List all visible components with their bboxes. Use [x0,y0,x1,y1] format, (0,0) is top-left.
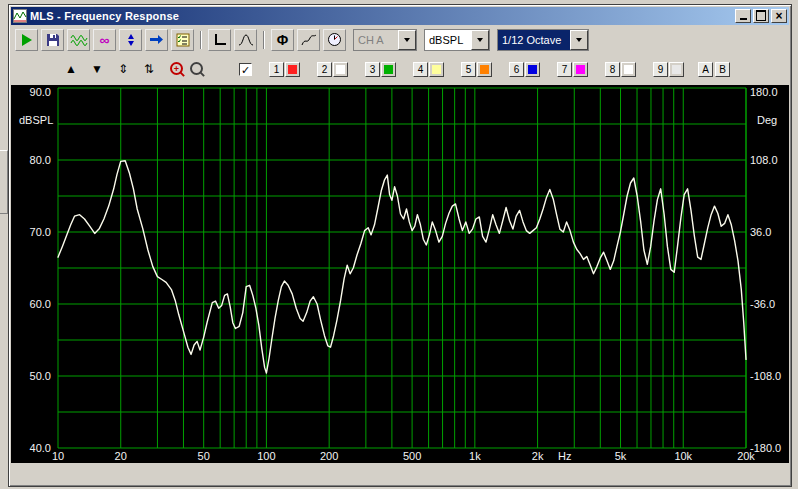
zoom-out-button[interactable] [189,61,205,77]
graph-axes-button[interactable] [208,29,231,51]
overlay-4-button[interactable]: 4 [413,62,428,77]
y-left-axis-unit: dBSPL [19,114,53,126]
scale-up-button[interactable]: ▲ [61,62,81,76]
y-right-axis-unit: Deg [757,114,777,126]
overlay-visibility-checkbox[interactable]: ✓ [239,63,252,76]
phase-button[interactable]: Φ [271,29,294,51]
mls-window: MLS - Frequency Response × ∞ [8,4,792,487]
overlay-4-color-swatch[interactable] [429,62,444,77]
color-chip [384,65,393,74]
smoothing-select[interactable]: 1/12 Octave [497,29,589,51]
channel-select[interactable]: CH A [353,29,417,51]
close-button[interactable]: × [771,9,787,23]
y-right-tick-label: 180.0 [750,86,778,98]
loop-button[interactable]: ∞ [93,29,116,51]
axes-icon [213,33,227,47]
x-tick-label: 5k [615,450,627,462]
x-tick-label: 100 [257,450,275,462]
overlay-9-color-swatch[interactable] [669,62,684,77]
scale-down-button[interactable]: ▼ [87,62,107,76]
overlay-slot-1: 1 [269,62,300,77]
spectrum-icon [70,33,88,47]
setup-checklist-button[interactable] [171,29,194,51]
range-fit-button[interactable]: ⇅ [139,62,159,76]
overlay-2-color-swatch[interactable] [333,62,348,77]
memory-ab-group: A B [698,62,730,77]
curve-b-button[interactable]: B [715,62,730,77]
x-tick-label: Hz [558,450,571,462]
chart-plot[interactable]: 90.080.070.060.050.040.0dBSPL180.0108.03… [11,85,787,463]
overlay-3-button[interactable]: 3 [365,62,380,77]
maximize-button[interactable] [753,9,769,23]
spectrum-button[interactable] [67,29,90,51]
y-right-tick-label: -108.0 [750,370,781,382]
overlay-9-button[interactable]: 9 [653,62,668,77]
color-chip [528,65,537,74]
y-right-tick-label: 108.0 [750,154,778,166]
toolbar-separator [200,31,202,49]
overlay-8-button[interactable]: 8 [605,62,620,77]
overlay-1-button[interactable]: 1 [269,62,284,77]
group-delay-button[interactable] [297,29,320,51]
zoom-out-icon-handle [199,71,205,77]
save-button[interactable] [41,29,64,51]
y-left-tick-label: 80.0 [30,154,51,166]
minimize-button[interactable] [735,9,751,23]
chevron-down-icon[interactable] [398,30,416,50]
zoom-in-icon-handle [179,71,185,77]
chevron-down-icon[interactable] [570,30,588,50]
y-left-tick-label: 60.0 [30,298,51,310]
y-left-tick-label: 50.0 [30,370,51,382]
overlay-7-button[interactable]: 7 [557,62,572,77]
x-tick-label: 200 [320,450,338,462]
x-tick-label: 1k [469,450,481,462]
curve-a-button[interactable]: A [698,62,713,77]
x-tick-label: 20 [115,450,127,462]
frequency-response-chart: 90.080.070.060.050.040.0dBSPL180.0108.03… [11,85,789,463]
x-tick-label: 10k [674,450,692,462]
overlay-slot-3: 3 [365,62,396,77]
titlebar[interactable]: MLS - Frequency Response × [11,7,789,25]
generator-button[interactable] [119,29,142,51]
color-chip [624,65,633,74]
overlay-6-button[interactable]: 6 [509,62,524,77]
background-window-fragment [0,150,8,214]
transfer-arrow-icon [150,34,164,46]
overlay-1-color-swatch[interactable] [285,62,300,77]
y-left-tick-label: 70.0 [30,226,51,238]
save-icon [45,32,61,48]
play-icon [22,34,32,46]
overlay-5-button[interactable]: 5 [461,62,476,77]
meter-button[interactable] [323,29,346,51]
chevron-down-icon[interactable] [471,30,489,50]
range-expand-button[interactable]: ⇕ [113,62,133,76]
overlay-slot-4: 4 [413,62,444,77]
transfer-button[interactable] [145,29,168,51]
overlay-2-button[interactable]: 2 [317,62,332,77]
color-chip [336,65,345,74]
y-left-tick-label: 40.0 [30,442,51,454]
run-measurement-button[interactable] [15,29,38,51]
overlay-slot-2: 2 [317,62,348,77]
x-tick-label: 500 [403,450,421,462]
toolbar-separator [263,31,265,49]
smoothing-button[interactable] [234,29,257,51]
close-icon: × [775,11,782,22]
color-chip [576,65,585,74]
app-icon [13,9,27,23]
overlay-6-color-swatch[interactable] [525,62,540,77]
channel-select-value: CH A [354,30,398,50]
generator-arrows-icon [125,33,137,47]
overlay-3-color-swatch[interactable] [381,62,396,77]
color-chip [432,65,441,74]
x-tick-label: 10 [52,450,64,462]
overlay-5-color-swatch[interactable] [477,62,492,77]
overlay-7-color-swatch[interactable] [573,62,588,77]
y-right-tick-label: -36.0 [750,298,775,310]
overlay-8-color-swatch[interactable] [621,62,636,77]
units-select[interactable]: dBSPL [424,29,490,51]
slope-sine-icon [301,33,317,47]
overlay-slot-8: 8 [605,62,636,77]
zoom-in-button[interactable]: + [169,61,185,77]
smoothing-select-value: 1/12 Octave [498,30,570,50]
